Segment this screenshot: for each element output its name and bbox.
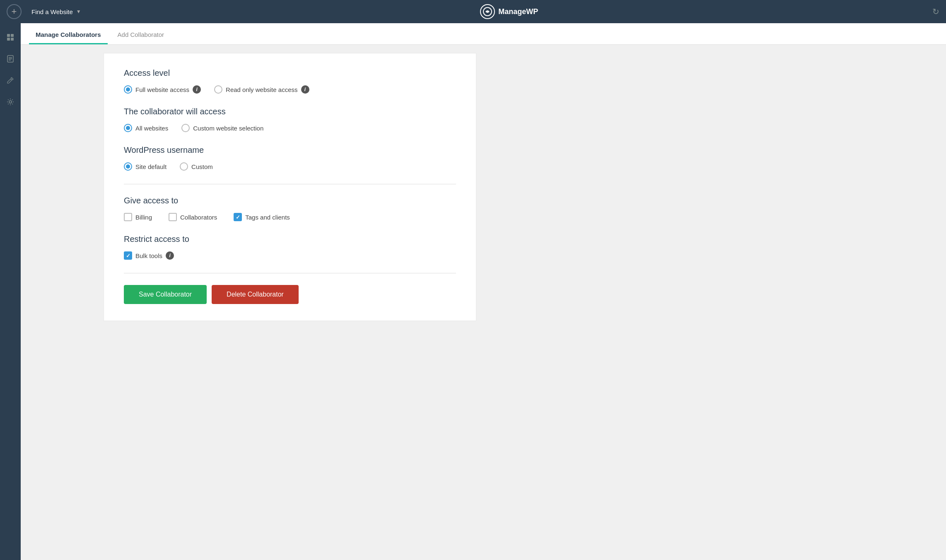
tab-add-collaborator[interactable]: Add Collaborator [111,25,171,44]
bulk-tools-info-icon[interactable]: i [166,251,174,260]
wp-username-title: WordPress username [124,145,456,155]
readonly-access-label: Read only website access [226,86,297,93]
logo-area: ManageWP [480,4,538,19]
divider-1 [124,184,456,184]
svg-rect-2 [11,34,14,37]
access-level-title: Access level [124,68,456,78]
billing-option[interactable]: Billing [124,213,152,221]
wp-username-options: Site default Custom [124,162,456,171]
form-container: Access level Full website access i Read … [21,45,946,560]
give-access-title: Give access to [124,196,456,205]
divider-2 [124,273,456,273]
bulk-tools-label: Bulk tools [135,252,162,259]
sidebar-item-reports[interactable] [1,50,19,68]
restrict-access-title: Restrict access to [124,234,456,244]
logo-text: ManageWP [498,7,538,16]
tags-clients-checkbox[interactable] [234,213,242,221]
all-websites-label: All websites [135,125,168,132]
give-access-section: Give access to Billing Collaborators [124,196,456,221]
custom-username-label: Custom [191,163,213,170]
readonly-access-radio[interactable] [214,85,222,94]
add-website-button[interactable]: + [7,4,22,19]
bulk-tools-option[interactable]: Bulk tools i [124,251,174,260]
sidebar [0,23,21,560]
custom-website-label: Custom website selection [193,125,263,132]
collaborators-label: Collaborators [180,214,217,221]
custom-website-option[interactable]: Custom website selection [181,124,263,132]
restrict-access-section: Restrict access to Bulk tools i [124,234,456,260]
action-buttons: Save Collaborator Delete Collaborator [124,285,456,304]
delete-collaborator-button[interactable]: Delete Collaborator [212,285,299,304]
all-websites-radio[interactable] [124,124,132,132]
tabs-bar: Manage Collaborators Add Collaborator [21,23,946,45]
billing-label: Billing [135,214,152,221]
collaborator-access-options: All websites Custom website selection [124,124,456,132]
bulk-tools-checkbox[interactable] [124,251,132,260]
readonly-access-option[interactable]: Read only website access i [214,85,309,94]
collaborators-option[interactable]: Collaborators [169,213,217,221]
logo-icon [480,4,495,19]
give-access-options: Billing Collaborators Tags and clients [124,213,456,221]
content-area: Manage Collaborators Add Collaborator Ac… [21,23,946,560]
svg-point-9 [9,101,12,103]
custom-username-option[interactable]: Custom [180,162,213,171]
svg-rect-1 [7,34,10,37]
access-level-section: Access level Full website access i Read … [124,68,456,94]
svg-rect-3 [7,38,10,41]
wp-username-section: WordPress username Site default Custom [124,145,456,171]
form-card: Access level Full website access i Read … [104,53,476,321]
sidebar-item-settings[interactable] [1,93,19,111]
find-website-dropdown[interactable]: Find a Website ▼ [27,6,86,18]
site-default-label: Site default [135,163,167,170]
find-website-label: Find a Website [31,8,73,15]
all-websites-option[interactable]: All websites [124,124,168,132]
refresh-button[interactable]: ↻ [932,7,939,17]
site-default-radio[interactable] [124,162,132,171]
tab-manage-collaborators[interactable]: Manage Collaborators [29,25,108,44]
sidebar-item-tools[interactable] [1,71,19,89]
collaborator-access-section: The collaborator will access All website… [124,107,456,132]
custom-website-radio[interactable] [181,124,190,132]
custom-username-radio[interactable] [180,162,188,171]
access-level-options: Full website access i Read only website … [124,85,456,94]
collaborator-access-title: The collaborator will access [124,107,456,116]
save-collaborator-button[interactable]: Save Collaborator [124,285,207,304]
top-bar: + Find a Website ▼ ManageWP ↻ [0,0,946,23]
site-default-option[interactable]: Site default [124,162,167,171]
full-access-info-icon[interactable]: i [193,85,201,94]
tags-clients-option[interactable]: Tags and clients [234,213,290,221]
tags-clients-label: Tags and clients [245,214,290,221]
dropdown-arrow-icon: ▼ [76,9,81,14]
full-access-label: Full website access [135,86,189,93]
full-access-option[interactable]: Full website access i [124,85,201,94]
restrict-access-options: Bulk tools i [124,251,456,260]
full-access-radio[interactable] [124,85,132,94]
main-layout: Manage Collaborators Add Collaborator Ac… [0,23,946,560]
sidebar-item-dashboard[interactable] [1,28,19,46]
svg-rect-4 [11,38,14,41]
collaborators-checkbox[interactable] [169,213,177,221]
readonly-access-info-icon[interactable]: i [301,85,309,94]
billing-checkbox[interactable] [124,213,132,221]
